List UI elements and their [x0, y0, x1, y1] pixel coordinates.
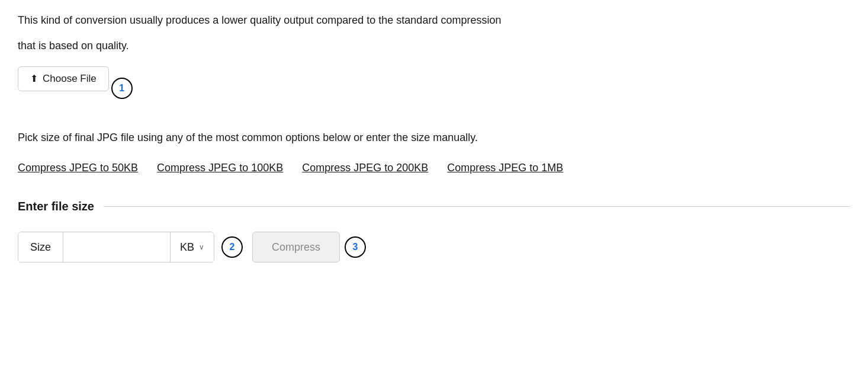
- enter-file-size-header: Enter file size: [18, 197, 850, 215]
- section-divider: [104, 206, 850, 207]
- compress-button[interactable]: Compress: [252, 232, 340, 263]
- annotation-circle-1: 1: [111, 78, 133, 99]
- intro-text-line2: that is based on quality.: [18, 37, 850, 55]
- choose-file-button[interactable]: ⬆ Choose File: [18, 66, 109, 91]
- size-label: Size: [18, 232, 63, 262]
- unit-selector[interactable]: KB ∨: [170, 232, 214, 262]
- compress-link-100kb[interactable]: Compress JPEG to 100KB: [157, 160, 283, 176]
- compress-link-1mb[interactable]: Compress JPEG to 1MB: [447, 160, 563, 176]
- size-number-input[interactable]: [63, 232, 170, 262]
- size-input-group: Size KB ∨: [18, 232, 214, 263]
- compress-link-50kb[interactable]: Compress JPEG to 50KB: [18, 160, 138, 176]
- compress-button-label: Compress: [272, 241, 320, 254]
- upload-icon: ⬆: [30, 73, 38, 84]
- compress-links-group: Compress JPEG to 50KB Compress JPEG to 1…: [18, 160, 850, 176]
- size-input-row: Size KB ∨ 2 Compress 3: [18, 232, 850, 263]
- unit-label: KB: [180, 239, 194, 255]
- compress-btn-wrapper: Compress 3: [252, 232, 366, 263]
- size-input-wrapper: Size KB ∨ 2: [18, 232, 243, 263]
- annotation-circle-3: 3: [345, 236, 366, 258]
- compress-link-200kb[interactable]: Compress JPEG to 200KB: [302, 160, 428, 176]
- intro-text-line1: This kind of conversion usually produces…: [18, 12, 850, 29]
- annotation-circle-2: 2: [221, 236, 243, 258]
- pick-size-text: Pick size of final JPG file using any of…: [18, 129, 850, 146]
- choose-file-label: Choose File: [43, 73, 97, 85]
- section-title: Enter file size: [18, 197, 104, 215]
- choose-file-row: ⬆ Choose File 1: [18, 66, 850, 110]
- chevron-down-icon: ∨: [199, 242, 204, 252]
